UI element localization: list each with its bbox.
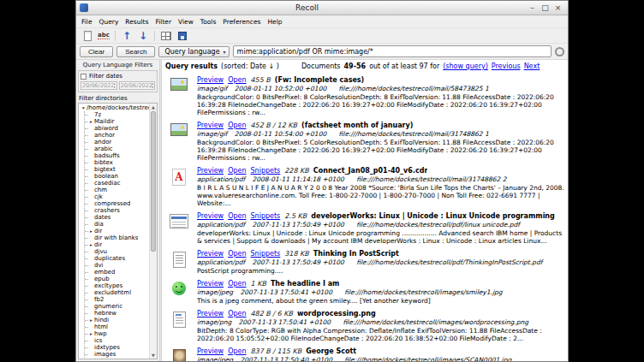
tree-scrollbar[interactable]: ▲ ▼ [149, 104, 157, 359]
tree-item-idxtypes[interactable]: idxtypes [85, 344, 149, 351]
collapse-icon[interactable]: ▾ [80, 104, 86, 111]
result-link-snippets[interactable]: Snippets [251, 212, 281, 220]
result-link-preview[interactable]: Preview [197, 250, 224, 258]
sort-newest-first-icon[interactable]: ↓ [136, 29, 150, 42]
query-input[interactable] [233, 45, 552, 57]
result-link-open[interactable]: Open [228, 122, 246, 129]
scroll-down-icon[interactable]: ▼ [150, 352, 157, 359]
tree-item-bigtext[interactable]: bigtext [85, 166, 149, 173]
result-link-preview[interactable]: Preview [197, 76, 224, 84]
menu-results[interactable]: Results [122, 17, 152, 27]
search-button[interactable]: Search [116, 46, 155, 57]
result-thumbnail[interactable] [165, 76, 193, 116]
tree-item-bibtex[interactable]: bibtex [85, 159, 149, 166]
tree-item-dir[interactable]: ▸dir [85, 228, 149, 234]
tree-item-dir[interactable]: ▸dir [85, 241, 149, 248]
minimize-button[interactable]: – [526, 2, 539, 15]
result-link-open[interactable]: Open [228, 76, 246, 84]
result-link-preview[interactable]: Preview [197, 347, 224, 355]
expand-icon[interactable]: ▸ [88, 118, 94, 125]
result-link-preview[interactable]: Preview [197, 280, 224, 288]
tree-item-dates[interactable]: dates [85, 214, 149, 221]
result-thumbnail[interactable] [165, 310, 193, 342]
maximize-button[interactable]: □ [539, 2, 552, 15]
tree-item-epub[interactable]: epub [85, 276, 149, 282]
tree-item-hwp[interactable]: ▸hwp [85, 330, 149, 337]
search-mode-select[interactable]: Query language ▾ [158, 46, 229, 57]
tree-item-excludehtml[interactable]: excludehtml [85, 289, 149, 296]
scrollbar-track[interactable] [150, 110, 157, 352]
expand-icon[interactable]: ▸ [88, 228, 94, 234]
expand-icon[interactable]: ▸ [88, 241, 94, 248]
tree-item-chm[interactable]: chm [85, 187, 149, 193]
tree-item-images[interactable]: images [85, 351, 149, 358]
menu-file[interactable]: File [78, 17, 96, 27]
spin-down-icon[interactable]: ▾ [113, 86, 115, 89]
expand-icon[interactable]: ▸ [88, 330, 94, 337]
tree-item-maildir[interactable]: ▸Maildir [85, 118, 149, 125]
tree-item-compressed[interactable]: compressed [85, 200, 149, 207]
tree-item-hindi[interactable]: ▸hindi [85, 317, 149, 323]
tree-item-embed[interactable]: embed [85, 269, 149, 276]
result-thumbnail[interactable] [165, 250, 193, 275]
clear-button[interactable]: Clear [80, 46, 113, 57]
result-link-open[interactable]: Open [228, 310, 246, 317]
menu-preferences[interactable]: Preferences [219, 17, 264, 27]
titlebar[interactable]: Recoll – □ × [76, 1, 568, 15]
result-link-open[interactable]: Open [228, 250, 246, 258]
tree-item-hebrew[interactable]: hebrew [85, 310, 149, 317]
tree-item-badsuffs[interactable]: badsuffs [85, 152, 149, 159]
result-link-open[interactable]: Open [228, 212, 246, 220]
menu-query[interactable]: Query [96, 17, 122, 27]
tree-root-item[interactable]: ▾ /home/dockes/testrecoll [80, 104, 149, 111]
previous-page-link[interactable]: Previous [492, 62, 521, 70]
filter-dates-checkbox[interactable] [80, 74, 86, 80]
scrollbar-thumb[interactable] [151, 111, 156, 252]
result-thumbnail[interactable] [165, 167, 193, 207]
tree-item-ics[interactable]: ics [85, 337, 149, 344]
spin-down-icon[interactable]: ▾ [152, 86, 153, 89]
date-from-field[interactable]: 20/06/2022 ▴ ▾ [80, 81, 117, 90]
term-explorer-icon[interactable]: abc [97, 29, 110, 42]
menu-view[interactable]: View [175, 17, 197, 27]
tree-item-dia[interactable]: dia [85, 221, 149, 228]
tree-item-crashers[interactable]: crashers [85, 207, 149, 214]
tree-item-arabic[interactable]: arabic [85, 145, 149, 152]
tree-item-fb2[interactable]: fb2 [85, 296, 149, 303]
document-icon[interactable] [80, 29, 94, 42]
menu-filter[interactable]: Filter [152, 17, 175, 27]
tree-item-info[interactable]: info [85, 358, 149, 359]
result-link-preview[interactable]: Preview [197, 167, 224, 175]
result-link-open[interactable]: Open [228, 167, 246, 175]
sort-oldest-first-icon[interactable]: ↑ [120, 29, 134, 42]
expand-icon[interactable]: ▸ [88, 317, 94, 323]
result-link-preview[interactable]: Preview [197, 310, 224, 317]
tree-item-casediac[interactable]: casediac [85, 180, 149, 187]
tree-item-cjk[interactable]: cjk [85, 193, 149, 200]
date-to-field[interactable]: 20/06/2022 ▴ ▾ [119, 81, 156, 90]
menu-help[interactable]: Help [264, 17, 285, 27]
result-link-snippets[interactable]: Snippets [251, 167, 281, 175]
tree-item-boolean[interactable]: boolean [85, 173, 149, 180]
spinner-icons[interactable]: ▴ ▾ [113, 82, 115, 89]
close-button[interactable]: × [552, 2, 564, 15]
spinner-icons[interactable]: ▴ ▾ [152, 82, 153, 89]
result-link-preview[interactable]: Preview [197, 212, 224, 220]
save-query-icon[interactable] [176, 29, 189, 42]
tree-item-anchor[interactable]: anchor [85, 132, 149, 139]
table-view-icon[interactable] [159, 29, 173, 42]
tree-item-7z[interactable]: 7z [85, 111, 149, 118]
tree-item-gnumeric[interactable]: gnumeric [85, 303, 149, 310]
tree-item-dir-with-blanks[interactable]: dir with blanks [85, 234, 149, 241]
result-thumbnail[interactable] [165, 122, 193, 162]
next-page-link[interactable]: Next [524, 62, 540, 70]
tree-item-djvu[interactable]: djvu [85, 248, 149, 255]
result-thumbnail[interactable] [165, 212, 193, 245]
menu-tools[interactable]: Tools [197, 17, 219, 27]
tree-item-html[interactable]: html [85, 323, 149, 330]
show-query-link[interactable]: (show query) [443, 62, 488, 70]
result-link-open[interactable]: Open [228, 347, 246, 355]
tree-item-abiword[interactable]: abiword [85, 125, 149, 132]
scroll-up-icon[interactable]: ▲ [150, 104, 157, 110]
tree-item-duplicates[interactable]: duplicates [85, 255, 149, 262]
